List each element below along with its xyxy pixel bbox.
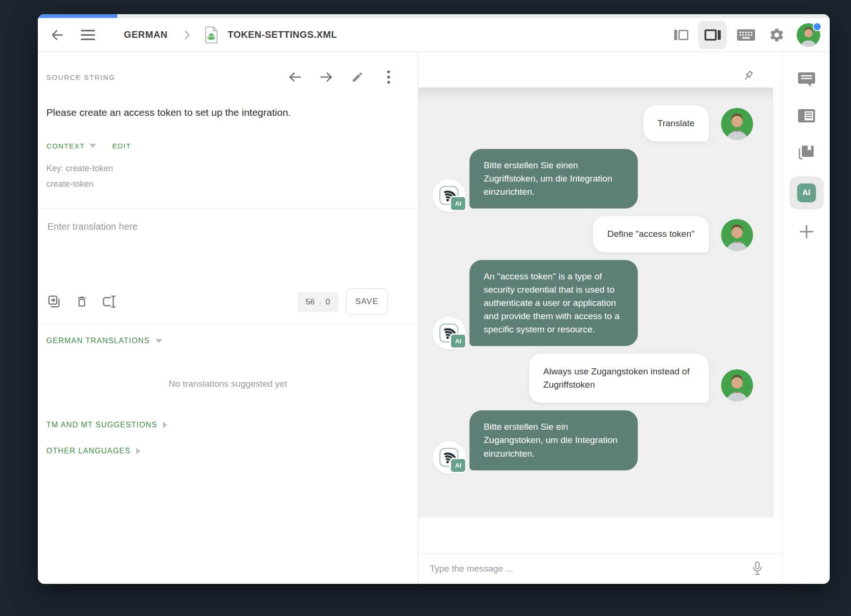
pencil-icon [351, 71, 364, 83]
copy-source-button[interactable] [46, 294, 62, 310]
section-german-translations[interactable]: GERMAN TRANSLATIONS [46, 337, 162, 345]
chat-message-user: Always use Zugangstoken instead of Zugri… [433, 354, 753, 403]
menu-button[interactable] [79, 27, 96, 43]
chat-message-input[interactable] [429, 563, 749, 574]
pushpin-icon [741, 69, 755, 83]
ai-message-bubble: Bitte erstellen Sie einen Zugriffstoken,… [469, 149, 638, 208]
main-area: SOURCE STRING [38, 52, 830, 584]
ai-badge: AI [450, 458, 467, 473]
chevron-down-icon [156, 339, 162, 343]
file-type-icon [204, 26, 219, 44]
user-photo-avatar [721, 369, 753, 401]
left-panel-layout-button[interactable] [672, 26, 691, 44]
ai-badge: AI [450, 333, 467, 349]
trash-icon [75, 295, 88, 308]
microphone-icon [751, 561, 764, 577]
divider [38, 208, 418, 208]
pin-button[interactable] [740, 68, 756, 84]
add-tool-button[interactable] [793, 219, 820, 244]
chevron-right-icon [163, 422, 167, 428]
plus-icon [799, 224, 815, 240]
right-panel-layout-button-active[interactable] [698, 21, 727, 49]
source-string-header: SOURCE STRING [46, 68, 409, 87]
arrow-right-icon [319, 71, 333, 83]
source-string-title: SOURCE STRING [46, 73, 115, 81]
divider [38, 324, 418, 325]
gear-icon [769, 27, 785, 43]
ai-assistant-avatar: AI [433, 179, 466, 212]
ai-message-bubble: Bitte erstellen Sie ein Zugangstoken, um… [469, 410, 638, 470]
progress-fill [38, 14, 117, 18]
source-string-text: Please create an access token to set up … [46, 107, 291, 118]
no-translations-message: No translations suggested yet [38, 379, 418, 389]
ai-tab-icon: AI [797, 183, 816, 202]
save-button[interactable]: SAVE [346, 288, 388, 315]
user-message-bubble: Always use Zugangstoken instead of Zugri… [529, 354, 709, 403]
back-arrow-icon [50, 28, 64, 42]
header-actions [672, 18, 830, 52]
settings-button[interactable] [767, 26, 786, 44]
context-info-tab[interactable] [793, 104, 820, 128]
back-button[interactable] [49, 27, 65, 43]
chat-scrollbar[interactable] [773, 87, 782, 518]
avatar: AI [433, 317, 465, 349]
microphone-button[interactable] [749, 559, 765, 578]
account-avatar[interactable] [797, 23, 820, 47]
select-clear-icon [102, 295, 117, 309]
ai-message-bubble: An "access token" is a type of security … [469, 260, 638, 347]
section-tm-mt-suggestions[interactable]: TM AND MT SUGGESTIONS [46, 421, 167, 429]
chevron-down-icon [89, 144, 96, 148]
ai-assistant-avatar: AI [433, 317, 466, 350]
edit-source-button[interactable] [350, 69, 365, 85]
user-message-bubble: Translate [643, 105, 709, 141]
context-toggle[interactable]: CONTEXT [46, 142, 96, 150]
avatar: AI [433, 441, 465, 473]
arrow-left-icon [288, 71, 302, 83]
more-options-button[interactable] [381, 69, 396, 85]
hamburger-icon [80, 28, 96, 42]
keyboard-shortcuts-button[interactable] [736, 26, 756, 44]
tools-sidebar: AI [782, 52, 830, 584]
breadcrumb-language[interactable]: GERMAN [121, 29, 171, 41]
chat-message-ai: AI Bitte erstellen Sie ein Zugangstoken,… [433, 410, 753, 470]
avatar: AI [433, 179, 465, 211]
file-progress-track [38, 14, 830, 18]
translation-input[interactable] [46, 220, 408, 291]
copy-source-icon [47, 295, 61, 309]
ai-assistant-tab-active[interactable]: AI [790, 176, 824, 209]
ai-chat-panel: Translate AI Bitte erstellen Sie einen Z… [418, 52, 782, 584]
top-toolbar: GERMAN TOKEN-SETTINGS.XML [38, 18, 830, 52]
counter-separator: · [319, 298, 321, 306]
chevron-right-icon [136, 448, 140, 454]
section-other-languages[interactable]: OTHER LANGUAGES [46, 447, 140, 455]
glossary-tab[interactable] [793, 141, 820, 165]
user-photo-avatar [721, 108, 753, 140]
string-navigation-toolbar [287, 69, 396, 85]
character-counter: 56 · 0 [297, 292, 339, 312]
section-label: TM AND MT SUGGESTIONS [46, 421, 157, 429]
previous-string-button[interactable] [287, 69, 303, 85]
panel-right-icon [704, 28, 721, 42]
chat-message-user: Define "access token" [433, 216, 753, 252]
chat-message-ai: AI Bitte erstellen Sie einen Zugriffstok… [433, 149, 753, 208]
breadcrumb-file-name[interactable]: TOKEN-SETTINGS.XML [225, 29, 340, 41]
article-card-icon [798, 109, 816, 123]
delete-translation-button[interactable] [74, 294, 90, 310]
context-key: Key: create-token [46, 164, 113, 174]
breadcrumb-chevron-icon [183, 30, 191, 40]
avatar [721, 108, 753, 140]
context-edit-button[interactable]: EDIT [112, 142, 131, 150]
ai-assistant-avatar: AI [433, 441, 466, 474]
context-label: CONTEXT [46, 142, 85, 150]
comments-tab[interactable] [793, 67, 820, 92]
glossary-book-icon [798, 145, 815, 162]
next-string-button[interactable] [319, 69, 334, 85]
translation-actions: 56 · 0 SAVE [46, 287, 409, 316]
online-status-dot [813, 22, 822, 31]
chat-message-user: Translate [433, 105, 753, 141]
clear-selection-button[interactable] [101, 294, 117, 310]
chat-message-ai: AI An "access token" is a type of securi… [433, 260, 753, 347]
keyboard-icon [737, 28, 755, 42]
char-count: 56 [306, 297, 315, 307]
kebab-menu-icon [387, 70, 391, 84]
